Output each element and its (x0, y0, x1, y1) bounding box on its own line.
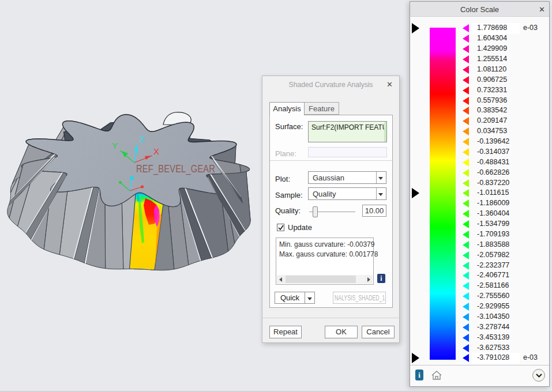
svg-text:REF_BEVEL_GEAR: REF_BEVEL_GEAR (136, 163, 215, 175)
svg-text:Y: Y (112, 141, 118, 150)
svg-text:X: X (153, 146, 159, 156)
svg-text:Z: Z (140, 134, 145, 144)
